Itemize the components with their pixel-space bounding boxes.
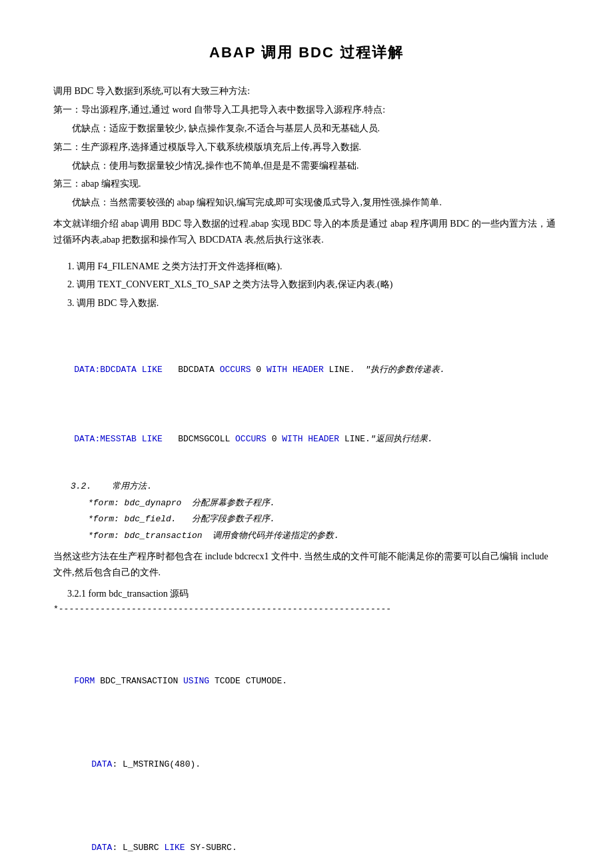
intro-line2: 第一：导出源程序,通过,通过 word 自带导入工具把导入表中数据导入源程序.特… (53, 102, 560, 118)
intro-line5: 优缺点：使用与数据量较少情况,操作也不简单,但是是不需要编程基础. (72, 158, 560, 174)
data-messtab-keyword: DATA:MESSTAB LIKE (74, 434, 163, 444)
data-occurs-keyword: OCCURS (220, 365, 251, 375)
data-messtab-comment: "返回执行结果. (370, 434, 433, 444)
intro-line6: 第三：abap 编程实现. (53, 176, 560, 192)
intro-line1: 调用 BDC 导入数据到系统,可以有大致三种方法: (53, 83, 560, 99)
method-3: *form: bdc_transaction 调用食物代码并传递指定的参数. (88, 529, 560, 543)
data-messtab-line: DATA:MESSTAB LIKE BDCMSGCOLL OCCURS 0 WI… (53, 419, 560, 461)
section-3-2-block: 3.2. 常用方法. *form: bdc_dynapro 分配屏幕参数子程序.… (53, 480, 560, 543)
section-3-2-title: 3.2. 常用方法. (71, 480, 560, 494)
intro-line7: 优缺点：当然需要较强的 abap 编程知识,编写完成,即可实现傻瓜式导入,复用性… (72, 195, 560, 211)
data-messtab-rest: BDCMSGCOLL (163, 434, 235, 444)
data-bdcdata-rest: BDCDATA (163, 365, 220, 375)
page-title: ABAP 调用 BDC 过程详解 (53, 40, 560, 65)
form-line: FORM BDC_TRANSACTION USING TCODE CTUMODE… (53, 661, 560, 702)
section-3-2-1-title: 3.2.1 form bdc_transaction 源码 (67, 586, 560, 602)
data-mstring-line: DATA: L_MSTRING(480). (71, 744, 560, 785)
steps-list: 调用 F4_FILENAME 之类方法打开文件选择框(略). 调用 TEXT_C… (77, 259, 560, 311)
section3-text1: 当然这些方法在生产程序时都包含在 include bdcrecx1 文件中. 当… (53, 549, 560, 581)
data-with-keyword: WITH HEADER (267, 365, 324, 375)
data-bdcdata-comment: "执行的参数传递表. (365, 365, 445, 375)
data-occurs-keyword-2: OCCURS (235, 434, 267, 444)
using-keyword: USING (183, 676, 209, 686)
intro-line3: 优缺点：适应于数据量较少, 缺点操作复杂,不适合与基层人员和无基础人员. (72, 121, 560, 137)
form-rest: BDC_TRANSACTION (95, 676, 183, 686)
separator-line: *---------------------------------------… (53, 603, 560, 617)
data-line-keyword-2: LINE. (339, 434, 370, 444)
form-using-rest: TCODE CTUMODE. (209, 676, 287, 686)
method-1: *form: bdc_dynapro 分配屏幕参数子程序. (88, 497, 560, 511)
intro-block: 调用 BDC 导入数据到系统,可以有大致三种方法: 第一：导出源程序,通过,通过… (53, 83, 560, 247)
intro-line8: 本文就详细介绍 abap 调用 BDC 导入数据的过程.abap 实现 BDC … (53, 216, 560, 248)
intro-line4: 第二：生产源程序,选择通过模版导入,下载系统模版填充后上传,再导入数据. (53, 139, 560, 155)
step-1: 调用 F4_FILENAME 之类方法打开文件选择框(略). (77, 259, 560, 275)
data-keyword-1: DATA:BDCDATA LIKE (74, 365, 163, 375)
data-subrc-end: SY-SUBRC. (185, 843, 237, 853)
data-subrc-line: DATA: L_SUBRC LIKE SY-SUBRC. (71, 827, 560, 868)
data-messtab-mid: 0 (267, 434, 282, 444)
step-2: 调用 TEXT_CONVERT_XLS_TO_SAP 之类方法导入数据到内表,保… (77, 277, 560, 293)
data-keyword-s: DATA (91, 843, 112, 853)
data-mstring-rest: : L_MSTRING(480). (112, 759, 201, 769)
data-keyword-m: DATA (91, 759, 112, 769)
like-keyword: LIKE (164, 843, 185, 853)
form-keyword: FORM (74, 676, 95, 686)
data-subrc-rest: : L_SUBRC (112, 843, 164, 853)
data-with-header-keyword: WITH HEADER (282, 434, 339, 444)
data-declaration-block: DATA:BDCDATA LIKE BDCDATA OCCURS 0 WITH … (53, 322, 560, 475)
data-bdcdata-line: DATA:BDCDATA LIKE BDCDATA OCCURS 0 WITH … (53, 350, 560, 391)
data-line-keyword: LINE. (324, 365, 365, 375)
form-bdc-transaction-code: FORM BDC_TRANSACTION USING TCODE CTUMODE… (53, 619, 560, 868)
data-bdcdata-end: 0 (251, 365, 266, 375)
step-3: 调用 BDC 导入数据. (77, 295, 560, 311)
steps-section: 调用 F4_FILENAME 之类方法打开文件选择框(略). 调用 TEXT_C… (53, 259, 560, 311)
method-2: *form: bdc_field. 分配字段参数子程序. (88, 513, 560, 527)
